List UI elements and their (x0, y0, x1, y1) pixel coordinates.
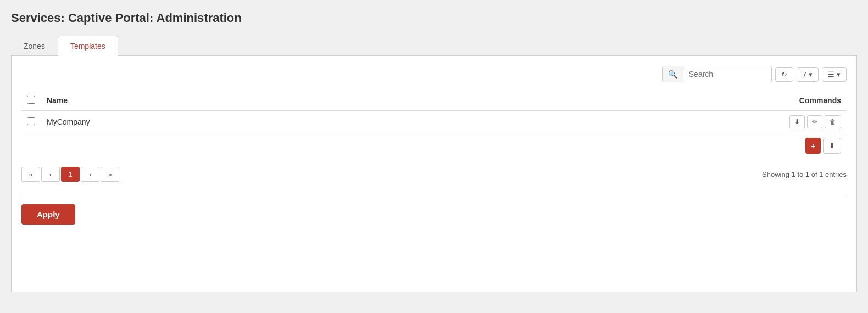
toolbar: 🔍 ↻ 7 ▾ ☰ ▾ (21, 66, 847, 82)
tab-zones[interactable]: Zones (11, 36, 58, 56)
page-prev-button[interactable]: ‹ (41, 167, 60, 182)
columns-dropdown-button[interactable]: ☰ ▾ (822, 67, 847, 82)
add-button[interactable]: + (805, 138, 821, 154)
row-commands: ⬇ ✏ 🗑 (775, 115, 841, 128)
add-row-area: + ⬇ (21, 133, 847, 158)
table-header: Name Commands (21, 91, 847, 111)
columns-icon: ☰ (828, 70, 834, 79)
row-checkbox-col (27, 117, 47, 127)
page-current-button[interactable]: 1 (61, 167, 80, 182)
col-name-header: Name (47, 96, 775, 105)
header-checkbox-col (27, 96, 47, 105)
row-checkbox[interactable] (27, 117, 35, 125)
pagination-area: « ‹ 1 › » Showing 1 to 1 of 1 entries (21, 167, 847, 182)
table-row: MyCompany ⬇ ✏ 🗑 (21, 111, 847, 133)
entries-info: Showing 1 to 1 of 1 entries (762, 170, 847, 178)
count-dropdown-button[interactable]: 7 ▾ (797, 67, 819, 82)
divider (21, 195, 847, 195)
download-row-button[interactable]: ⬇ (789, 115, 805, 128)
page-next-button[interactable]: › (81, 167, 99, 182)
page-first-button[interactable]: « (21, 167, 40, 182)
delete-row-button[interactable]: 🗑 (825, 115, 841, 128)
select-all-checkbox[interactable] (27, 96, 35, 104)
search-icon-button[interactable]: 🔍 (663, 66, 683, 82)
page-last-button[interactable]: » (101, 167, 119, 182)
page-title: Services: Captive Portal: Administration (11, 11, 857, 25)
col-commands-header: Commands (775, 96, 841, 105)
chevron-down-icon-2: ▾ (837, 70, 841, 79)
refresh-button[interactable]: ↻ (775, 67, 793, 82)
search-wrapper: 🔍 (662, 66, 772, 82)
row-name: MyCompany (47, 118, 775, 126)
tab-templates[interactable]: Templates (58, 36, 118, 56)
main-panel: 🔍 ↻ 7 ▾ ☰ ▾ Name Commands (11, 56, 857, 292)
table: Name Commands MyCompany ⬇ ✏ 🗑 + ⬇ (21, 91, 847, 182)
search-input[interactable] (683, 67, 771, 81)
chevron-down-icon: ▾ (809, 70, 813, 79)
apply-button[interactable]: Apply (21, 204, 75, 225)
refresh-icon: ↻ (781, 70, 787, 79)
import-button[interactable]: ⬇ (823, 138, 841, 154)
tabs-bar: Zones Templates (11, 35, 857, 56)
pagination: « ‹ 1 › » (21, 167, 119, 182)
edit-row-button[interactable]: ✏ (807, 115, 822, 128)
